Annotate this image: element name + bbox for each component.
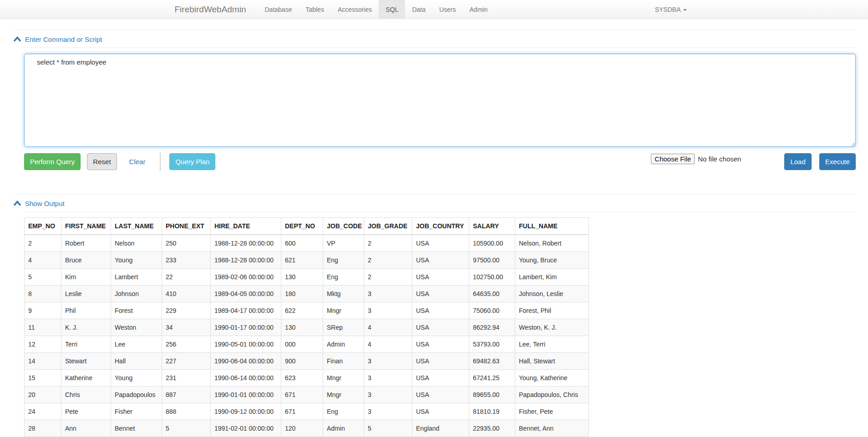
table-cell: Young xyxy=(111,370,162,387)
nav-item-admin[interactable]: Admin xyxy=(463,0,495,19)
table-cell: Weston xyxy=(111,319,162,336)
page-content: Enter Command or Script select * from em… xyxy=(14,30,856,437)
nav-item-users[interactable]: Users xyxy=(432,0,463,19)
table-row: 11K. J.Weston341990-01-17 00:00:00130SRe… xyxy=(25,319,589,336)
table-cell: USA xyxy=(412,269,469,286)
column-header-emp_no: EMP_NO xyxy=(25,218,61,235)
table-cell: Lee xyxy=(111,336,162,353)
chevron-up-icon[interactable] xyxy=(14,36,21,42)
command-section-body: select * from employee Perform Query Res… xyxy=(24,47,856,170)
table-cell: 3 xyxy=(364,403,412,420)
table-cell: 233 xyxy=(162,252,211,269)
table-cell: Admin xyxy=(323,420,364,437)
load-button[interactable]: Load xyxy=(784,153,811,170)
file-input: Choose File No file chosen xyxy=(651,154,741,170)
table-cell: 28 xyxy=(25,420,61,437)
column-header-hire_date: HIRE_DATE xyxy=(211,218,281,235)
table-cell: 81810.19 xyxy=(469,403,515,420)
nav-item-tables[interactable]: Tables xyxy=(299,0,330,19)
table-cell: 3 xyxy=(364,387,412,403)
table-cell: Mngr xyxy=(323,370,364,387)
table-cell: VP xyxy=(323,235,364,252)
table-cell: Mngr xyxy=(323,387,364,403)
table-cell: 1990-01-01 00:00:00 xyxy=(211,387,281,403)
table-row: 14StewartHall2271990-06-04 00:00:00900Fi… xyxy=(25,353,589,370)
table-cell: Pete xyxy=(61,403,111,420)
table-cell: 5 xyxy=(364,420,412,437)
table-cell: USA xyxy=(412,353,469,370)
table-cell: 64635.00 xyxy=(469,286,515,302)
table-cell: Finan xyxy=(323,353,364,370)
table-cell: USA xyxy=(412,370,469,387)
nav-item-sql[interactable]: SQL xyxy=(379,0,405,19)
table-row: 5KimLambert221989-02-06 00:00:00130Eng2U… xyxy=(25,269,589,286)
table-cell: Mktg xyxy=(323,286,364,302)
table-cell: 229 xyxy=(162,302,211,319)
chevron-up-icon[interactable] xyxy=(14,201,21,206)
nav-item-data[interactable]: Data xyxy=(405,0,432,19)
table-cell: 1990-01-17 00:00:00 xyxy=(211,319,281,336)
table-row: 2RobertNelson2501988-12-28 00:00:00600VP… xyxy=(25,235,589,252)
choose-file-button[interactable]: Choose File xyxy=(651,154,695,164)
brand-link[interactable]: FirebirdWebAdmin xyxy=(175,0,258,19)
table-cell: 671 xyxy=(281,387,323,403)
nav-item-accessories[interactable]: Accessories xyxy=(331,0,379,19)
query-results-table: EMP_NOFIRST_NAMELAST_NAMEPHONE_EXTHIRE_D… xyxy=(24,217,589,437)
table-row: 8LeslieJohnson4101989-04-05 00:00:00180M… xyxy=(25,286,589,302)
table-cell: Stewart xyxy=(61,353,111,370)
nav-link-tables[interactable]: Tables xyxy=(299,0,330,19)
table-cell: 2 xyxy=(364,252,412,269)
table-cell: Ann xyxy=(61,420,111,437)
column-header-dept_no: DEPT_NO xyxy=(281,218,323,235)
table-row: 15KatherineYoung2311990-06-14 00:00:0062… xyxy=(25,370,589,387)
table-cell: Bennet xyxy=(111,420,162,437)
nav-item-database[interactable]: Database xyxy=(258,0,299,19)
table-cell: Young, Katherine xyxy=(515,370,589,387)
table-cell: 12 xyxy=(25,336,61,353)
table-cell: Johnson xyxy=(111,286,162,302)
nav-link-accessories[interactable]: Accessories xyxy=(331,0,379,19)
perform-query-button[interactable]: Perform Query xyxy=(24,153,81,170)
table-cell: Bruce xyxy=(61,252,111,269)
table-cell: Bennet, Ann xyxy=(515,420,589,437)
table-cell: 89655.00 xyxy=(469,387,515,403)
table-cell: 86292.94 xyxy=(469,319,515,336)
navbar-container: FirebirdWebAdmin DatabaseTablesAccessori… xyxy=(175,0,694,19)
table-cell: 623 xyxy=(281,370,323,387)
command-section-title[interactable]: Enter Command or Script xyxy=(25,35,102,43)
sql-command-input[interactable]: select * from employee xyxy=(24,54,856,147)
table-cell: Weston, K. J. xyxy=(515,319,589,336)
nav-link-data[interactable]: Data xyxy=(405,0,432,19)
table-cell: 130 xyxy=(281,319,323,336)
nav-link-admin[interactable]: Admin xyxy=(463,0,495,19)
table-cell: 130 xyxy=(281,269,323,286)
nav-link-database[interactable]: Database xyxy=(258,0,299,19)
table-cell: 1989-04-17 00:00:00 xyxy=(211,302,281,319)
nav-link-users[interactable]: Users xyxy=(432,0,463,19)
table-row: 20ChrisPapadopoulos8871990-01-01 00:00:0… xyxy=(25,387,589,403)
table-cell: Fisher xyxy=(111,403,162,420)
table-cell: 621 xyxy=(281,252,323,269)
query-plan-button[interactable]: Query Plan xyxy=(169,153,215,170)
output-section-title[interactable]: Show Output xyxy=(25,200,65,207)
table-cell: 250 xyxy=(162,235,211,252)
table-cell: 1988-12-28 00:00:00 xyxy=(211,235,281,252)
table-cell: 410 xyxy=(162,286,211,302)
table-cell: 622 xyxy=(281,302,323,319)
execute-button[interactable]: Execute xyxy=(819,153,856,170)
table-cell: 67241.25 xyxy=(469,370,515,387)
table-cell: 75060.00 xyxy=(469,302,515,319)
toolbar-dotted-divider xyxy=(160,153,161,171)
user-dropdown[interactable]: SYSDBA xyxy=(648,0,694,19)
table-cell: 15 xyxy=(25,370,61,387)
table-cell: 1990-05-01 00:00:00 xyxy=(211,336,281,353)
table-cell: 105900.00 xyxy=(469,235,515,252)
user-dropdown-label: SYSDBA xyxy=(655,6,681,13)
reset-button[interactable]: Reset xyxy=(87,153,117,170)
nav-link-sql[interactable]: SQL xyxy=(379,0,405,19)
table-cell: 227 xyxy=(162,353,211,370)
table-cell: USA xyxy=(412,286,469,302)
table-cell: 3 xyxy=(364,370,412,387)
clear-button[interactable]: Clear xyxy=(123,153,152,170)
table-cell: Papadopoulos, Chris xyxy=(515,387,589,403)
